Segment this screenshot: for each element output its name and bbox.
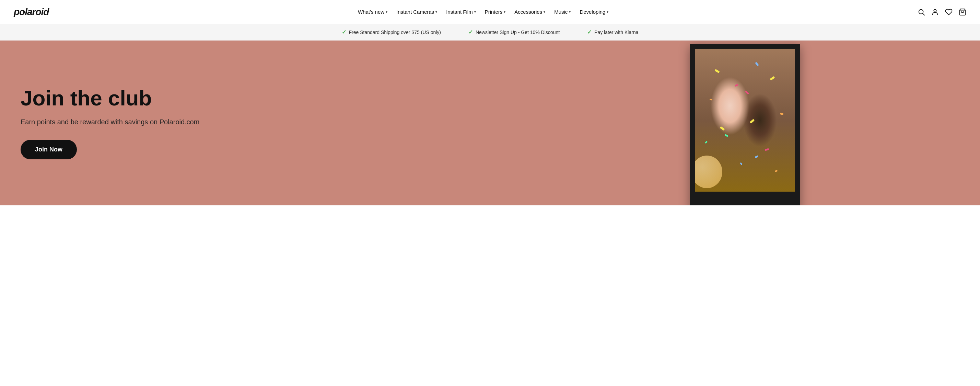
nav-link-developing[interactable]: Developing ▾ (576, 7, 612, 17)
check-icon: ✓ (342, 29, 346, 35)
nav-item-accessories[interactable]: Accessories ▾ (511, 7, 549, 17)
promo-newsletter-text: Newsletter Sign Up - Get 10% Discount (476, 30, 560, 35)
hero-section: Join the club Earn points and be rewarde… (0, 40, 980, 205)
chevron-down-icon: ▾ (607, 10, 608, 14)
nav-link-accessories[interactable]: Accessories ▾ (511, 7, 549, 17)
promo-newsletter: ✓ Newsletter Sign Up - Get 10% Discount (468, 29, 560, 35)
nav-link-printers[interactable]: Printers ▾ (481, 7, 509, 17)
wishlist-button[interactable] (945, 8, 953, 16)
nav-link-music[interactable]: Music ▾ (551, 7, 574, 17)
account-button[interactable] (931, 8, 939, 16)
nav-link-instant-film[interactable]: Instant Film ▾ (443, 7, 479, 17)
nav-icons (918, 8, 966, 16)
navbar: polaroid What's new ▾ Instant Cameras ▾ … (0, 0, 980, 24)
check-icon: ✓ (468, 29, 473, 35)
hero-image-area (509, 40, 980, 205)
search-icon (918, 8, 925, 16)
hero-content: Join the club Earn points and be rewarde… (0, 59, 539, 187)
chevron-down-icon: ▾ (474, 10, 476, 14)
check-icon: ✓ (587, 29, 592, 35)
svg-point-2 (934, 9, 936, 12)
nav-item-printers[interactable]: Printers ▾ (481, 7, 509, 17)
brand-logo[interactable]: polaroid (14, 6, 49, 18)
cart-icon (959, 8, 966, 16)
promo-klarna: ✓ Pay later with Klarna (587, 29, 638, 35)
search-button[interactable] (918, 8, 925, 16)
cart-button[interactable] (959, 8, 966, 16)
polaroid-frame (690, 44, 800, 205)
nav-item-instant-film[interactable]: Instant Film ▾ (443, 7, 479, 17)
promo-shipping-text: Free Standard Shipping over $75 (US only… (349, 30, 441, 35)
chevron-down-icon: ▾ (504, 10, 506, 14)
polaroid-photo (695, 49, 795, 191)
nav-link-whats-new[interactable]: What's new ▾ (355, 7, 391, 17)
nav-link-instant-cameras[interactable]: Instant Cameras ▾ (393, 7, 441, 17)
nav-item-developing[interactable]: Developing ▾ (576, 7, 612, 17)
nav-item-music[interactable]: Music ▾ (551, 7, 574, 17)
promo-klarna-text: Pay later with Klarna (594, 30, 638, 35)
hero-subtitle: Earn points and be rewarded with savings… (21, 118, 519, 126)
hero-title: Join the club (21, 86, 519, 110)
svg-line-1 (923, 13, 924, 15)
nav-item-instant-cameras[interactable]: Instant Cameras ▾ (393, 7, 441, 17)
chevron-down-icon: ▾ (436, 10, 437, 14)
chevron-down-icon: ▾ (386, 10, 387, 14)
chevron-down-icon: ▾ (544, 10, 545, 14)
account-icon (931, 8, 939, 16)
chevron-down-icon: ▾ (569, 10, 571, 14)
nav-item-whats-new[interactable]: What's new ▾ (355, 7, 391, 17)
heart-icon (945, 8, 953, 16)
promo-shipping: ✓ Free Standard Shipping over $75 (US on… (342, 29, 441, 35)
promo-banner: ✓ Free Standard Shipping over $75 (US on… (0, 24, 980, 40)
nav-links: What's new ▾ Instant Cameras ▾ Instant F… (355, 7, 612, 17)
join-now-button[interactable]: Join Now (21, 140, 77, 160)
